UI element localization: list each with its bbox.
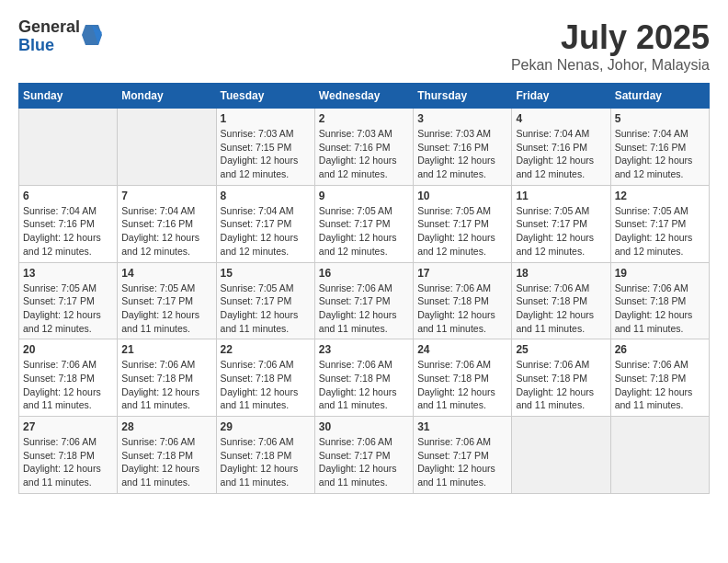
day-number: 23	[319, 343, 409, 356]
day-number: 6	[23, 190, 113, 202]
logo-general: General	[18, 18, 80, 37]
day-info: Sunrise: 7:03 AM Sunset: 7:16 PM Dayligh…	[319, 127, 409, 181]
col-header-thursday: Thursday	[414, 84, 512, 109]
calendar-cell: 13Sunrise: 7:05 AM Sunset: 7:17 PM Dayli…	[19, 262, 118, 339]
calendar-week-3: 13Sunrise: 7:05 AM Sunset: 7:17 PM Dayli…	[19, 262, 710, 339]
day-number: 30	[319, 420, 409, 433]
calendar-cell: 18Sunrise: 7:06 AM Sunset: 7:18 PM Dayli…	[512, 262, 610, 339]
day-info: Sunrise: 7:06 AM Sunset: 7:18 PM Dayligh…	[417, 282, 507, 336]
day-number: 16	[319, 267, 409, 280]
day-info: Sunrise: 7:05 AM Sunset: 7:17 PM Dayligh…	[221, 282, 311, 336]
day-number: 25	[516, 343, 606, 356]
day-info: Sunrise: 7:05 AM Sunset: 7:17 PM Dayligh…	[319, 204, 409, 259]
day-number: 7	[121, 190, 211, 202]
calendar-cell: 20Sunrise: 7:06 AM Sunset: 7:18 PM Dayli…	[19, 339, 118, 417]
day-info: Sunrise: 7:04 AM Sunset: 7:17 PM Dayligh…	[221, 204, 311, 259]
day-info: Sunrise: 7:03 AM Sunset: 7:16 PM Dayligh…	[417, 127, 507, 181]
day-number: 4	[516, 112, 606, 125]
calendar-cell: 31Sunrise: 7:06 AM Sunset: 7:17 PM Dayli…	[414, 417, 512, 494]
calendar-cell	[610, 417, 709, 494]
calendar-cell: 5Sunrise: 7:04 AM Sunset: 7:16 PM Daylig…	[610, 109, 709, 186]
day-number: 19	[615, 267, 705, 280]
col-header-monday: Monday	[118, 84, 216, 109]
col-header-sunday: Sunday	[19, 84, 118, 109]
day-number: 5	[615, 112, 705, 125]
logo-icon	[82, 23, 102, 47]
day-info: Sunrise: 7:05 AM Sunset: 7:17 PM Dayligh…	[121, 282, 211, 336]
day-number: 14	[121, 267, 211, 280]
day-info: Sunrise: 7:04 AM Sunset: 7:16 PM Dayligh…	[516, 127, 606, 181]
day-info: Sunrise: 7:06 AM Sunset: 7:18 PM Dayligh…	[615, 282, 705, 336]
day-number: 13	[23, 267, 113, 280]
day-info: Sunrise: 7:05 AM Sunset: 7:17 PM Dayligh…	[516, 204, 606, 259]
col-header-wednesday: Wednesday	[314, 84, 413, 109]
day-info: Sunrise: 7:04 AM Sunset: 7:16 PM Dayligh…	[121, 204, 211, 259]
day-number: 22	[221, 343, 311, 356]
col-header-saturday: Saturday	[610, 84, 709, 109]
day-number: 28	[121, 420, 211, 433]
day-info: Sunrise: 7:06 AM Sunset: 7:18 PM Dayligh…	[221, 435, 311, 489]
day-number: 8	[221, 190, 311, 202]
day-info: Sunrise: 7:05 AM Sunset: 7:17 PM Dayligh…	[615, 204, 705, 259]
calendar-cell: 23Sunrise: 7:06 AM Sunset: 7:18 PM Dayli…	[314, 339, 413, 417]
day-number: 17	[417, 267, 507, 280]
day-info: Sunrise: 7:06 AM Sunset: 7:18 PM Dayligh…	[516, 282, 606, 336]
calendar-cell: 24Sunrise: 7:06 AM Sunset: 7:18 PM Dayli…	[414, 339, 512, 417]
day-info: Sunrise: 7:06 AM Sunset: 7:18 PM Dayligh…	[23, 358, 113, 412]
day-number: 12	[615, 190, 705, 202]
calendar-week-5: 27Sunrise: 7:06 AM Sunset: 7:18 PM Dayli…	[19, 417, 710, 494]
day-info: Sunrise: 7:05 AM Sunset: 7:17 PM Dayligh…	[417, 204, 507, 259]
day-number: 9	[319, 190, 409, 202]
calendar-cell: 12Sunrise: 7:05 AM Sunset: 7:17 PM Dayli…	[610, 185, 709, 262]
day-number: 21	[121, 343, 211, 356]
month-title: July 2025	[511, 18, 710, 57]
day-number: 18	[516, 267, 606, 280]
day-info: Sunrise: 7:06 AM Sunset: 7:17 PM Dayligh…	[319, 435, 409, 489]
day-info: Sunrise: 7:06 AM Sunset: 7:18 PM Dayligh…	[121, 358, 211, 412]
calendar-cell: 22Sunrise: 7:06 AM Sunset: 7:18 PM Dayli…	[216, 339, 314, 417]
day-number: 11	[516, 190, 606, 202]
calendar-cell: 3Sunrise: 7:03 AM Sunset: 7:16 PM Daylig…	[414, 109, 512, 186]
title-block: July 2025 Pekan Nenas, Johor, Malaysia	[511, 18, 710, 74]
calendar-cell	[19, 109, 118, 186]
calendar-cell: 11Sunrise: 7:05 AM Sunset: 7:17 PM Dayli…	[512, 185, 610, 262]
calendar-cell: 19Sunrise: 7:06 AM Sunset: 7:18 PM Dayli…	[610, 262, 709, 339]
calendar-cell: 9Sunrise: 7:05 AM Sunset: 7:17 PM Daylig…	[314, 185, 413, 262]
day-number: 1	[221, 112, 311, 125]
calendar-cell: 17Sunrise: 7:06 AM Sunset: 7:18 PM Dayli…	[414, 262, 512, 339]
calendar-cell: 27Sunrise: 7:06 AM Sunset: 7:18 PM Dayli…	[19, 417, 118, 494]
calendar-cell: 2Sunrise: 7:03 AM Sunset: 7:16 PM Daylig…	[314, 109, 413, 186]
calendar-cell: 25Sunrise: 7:06 AM Sunset: 7:18 PM Dayli…	[512, 339, 610, 417]
calendar-cell: 16Sunrise: 7:06 AM Sunset: 7:17 PM Dayli…	[314, 262, 413, 339]
calendar-cell	[118, 109, 216, 186]
day-info: Sunrise: 7:03 AM Sunset: 7:15 PM Dayligh…	[221, 127, 311, 181]
calendar-cell	[512, 417, 610, 494]
day-info: Sunrise: 7:06 AM Sunset: 7:17 PM Dayligh…	[417, 435, 507, 489]
calendar-cell: 1Sunrise: 7:03 AM Sunset: 7:15 PM Daylig…	[216, 109, 314, 186]
calendar-cell: 29Sunrise: 7:06 AM Sunset: 7:18 PM Dayli…	[216, 417, 314, 494]
calendar-cell: 8Sunrise: 7:04 AM Sunset: 7:17 PM Daylig…	[216, 185, 314, 262]
logo-blue: Blue	[18, 37, 80, 55]
day-number: 26	[615, 343, 705, 356]
day-info: Sunrise: 7:06 AM Sunset: 7:18 PM Dayligh…	[615, 358, 705, 412]
calendar-week-2: 6Sunrise: 7:04 AM Sunset: 7:16 PM Daylig…	[19, 185, 710, 262]
calendar-cell: 7Sunrise: 7:04 AM Sunset: 7:16 PM Daylig…	[118, 185, 216, 262]
day-number: 24	[417, 343, 507, 356]
day-info: Sunrise: 7:06 AM Sunset: 7:18 PM Dayligh…	[516, 358, 606, 412]
day-number: 29	[221, 420, 311, 433]
calendar-cell: 6Sunrise: 7:04 AM Sunset: 7:16 PM Daylig…	[19, 185, 118, 262]
day-number: 15	[221, 267, 311, 280]
day-info: Sunrise: 7:05 AM Sunset: 7:17 PM Dayligh…	[23, 282, 113, 336]
calendar-cell: 15Sunrise: 7:05 AM Sunset: 7:17 PM Dayli…	[216, 262, 314, 339]
logo: General Blue	[18, 18, 102, 55]
calendar-week-1: 1Sunrise: 7:03 AM Sunset: 7:15 PM Daylig…	[19, 109, 710, 186]
calendar-cell: 10Sunrise: 7:05 AM Sunset: 7:17 PM Dayli…	[414, 185, 512, 262]
day-info: Sunrise: 7:06 AM Sunset: 7:17 PM Dayligh…	[319, 282, 409, 336]
day-number: 10	[417, 190, 507, 202]
day-info: Sunrise: 7:06 AM Sunset: 7:18 PM Dayligh…	[121, 435, 211, 489]
col-header-friday: Friday	[512, 84, 610, 109]
day-info: Sunrise: 7:06 AM Sunset: 7:18 PM Dayligh…	[417, 358, 507, 412]
calendar-cell: 14Sunrise: 7:05 AM Sunset: 7:17 PM Dayli…	[118, 262, 216, 339]
calendar-cell: 26Sunrise: 7:06 AM Sunset: 7:18 PM Dayli…	[610, 339, 709, 417]
day-info: Sunrise: 7:04 AM Sunset: 7:16 PM Dayligh…	[615, 127, 705, 181]
